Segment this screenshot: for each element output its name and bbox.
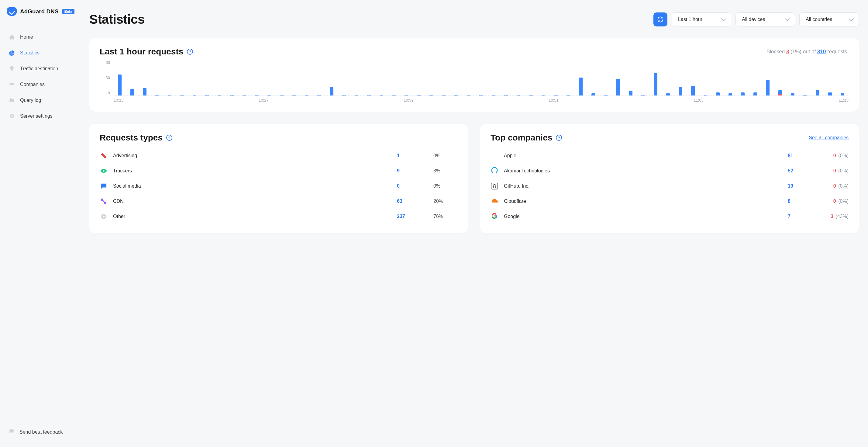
chart-bar[interactable] <box>380 95 383 95</box>
chart-bar[interactable] <box>791 93 795 95</box>
chart-bar[interactable] <box>629 91 632 95</box>
request-type-row[interactable]: Other23776% <box>100 209 458 224</box>
chart-bar[interactable] <box>666 93 670 95</box>
request-type-row[interactable]: Social media00% <box>100 178 458 194</box>
chart-bar[interactable] <box>728 93 732 95</box>
chart-bar[interactable] <box>429 95 433 95</box>
company-row[interactable]: Apple810 (0%) <box>491 148 848 163</box>
chart-bar[interactable] <box>180 95 184 95</box>
help-icon[interactable]: ? <box>556 135 562 141</box>
chart-bar[interactable] <box>691 86 695 95</box>
chart-bar[interactable] <box>268 95 271 95</box>
chart-bar[interactable] <box>492 95 495 95</box>
chart-bar[interactable] <box>218 95 221 95</box>
chart-bar[interactable] <box>342 95 346 95</box>
blocked-count-link[interactable]: 3 <box>786 49 789 54</box>
chart-bar[interactable] <box>566 95 570 95</box>
chart-bar[interactable] <box>355 95 358 95</box>
brand-logo-row[interactable]: AdGuard DNS Beta <box>7 7 76 16</box>
company-row[interactable]: Cloudflare80 (0%) <box>491 194 848 209</box>
chart-bar[interactable] <box>417 95 421 95</box>
top-companies-title: Top companies <box>491 133 552 143</box>
refresh-button[interactable] <box>653 12 668 26</box>
chart-bar[interactable] <box>205 95 209 95</box>
request-type-row[interactable]: Trackers93% <box>100 163 458 178</box>
chart-bar[interactable] <box>168 95 172 95</box>
chart-bar[interactable] <box>554 95 558 95</box>
chart-bar[interactable] <box>479 95 483 95</box>
request-type-row[interactable]: Advertising10% <box>100 148 458 163</box>
main-content: Statistics Last 1 hour All devices All c… <box>79 0 868 447</box>
send-beta-feedback-link[interactable]: Send beta feedback <box>7 424 76 440</box>
chart-bar[interactable] <box>816 90 819 95</box>
chart-bar[interactable] <box>193 95 196 95</box>
country-select[interactable]: All countries <box>799 12 859 26</box>
chart-bar[interactable] <box>753 92 757 95</box>
chart-bar[interactable] <box>766 80 770 95</box>
chart-bar[interactable] <box>143 88 147 95</box>
chart-bar[interactable] <box>330 87 333 95</box>
chart-bar[interactable] <box>641 95 645 95</box>
chart-bar[interactable] <box>454 95 458 95</box>
chart-bar[interactable] <box>716 92 720 95</box>
chart-bar[interactable] <box>367 95 371 95</box>
chart-bar[interactable] <box>155 95 159 95</box>
cdn-icon <box>100 197 107 205</box>
list-icon <box>8 81 15 88</box>
request-type-row[interactable]: CDN6320% <box>100 194 458 209</box>
chart-bar[interactable] <box>541 95 545 95</box>
see-all-companies-link[interactable]: See all companies <box>809 135 848 141</box>
sidebar: AdGuard DNS Beta Home Statistics <box>0 0 79 447</box>
sidebar-item-traffic-destination[interactable]: Traffic destination <box>7 61 76 76</box>
company-blocked: 3 (43%) <box>812 214 848 219</box>
company-name: Akamai Technologies <box>504 168 788 174</box>
sidebar-item-companies[interactable]: Companies <box>7 77 76 92</box>
chart-bar[interactable] <box>292 95 296 95</box>
sidebar-item-statistics[interactable]: Statistics <box>7 46 76 60</box>
help-icon[interactable]: ? <box>166 135 172 141</box>
chart-bar[interactable] <box>778 90 782 95</box>
chart-bar[interactable] <box>280 95 284 95</box>
chart-bar[interactable] <box>679 87 682 95</box>
company-row[interactable]: Akamai Technologies520 (0%) <box>491 163 848 178</box>
chart-bar[interactable] <box>841 93 844 95</box>
sidebar-item-query-log[interactable]: Query log <box>7 93 76 108</box>
chart-bar[interactable] <box>504 95 508 95</box>
chart-bar[interactable] <box>591 93 595 95</box>
chart-bar[interactable] <box>405 95 408 95</box>
chart-bar[interactable] <box>305 95 308 95</box>
page-header: Statistics Last 1 hour All devices All c… <box>89 12 859 27</box>
chart-bar[interactable] <box>230 95 234 95</box>
chart-bar[interactable] <box>616 79 620 95</box>
top-companies-card: Top companies ? See all companies Apple8… <box>480 124 859 233</box>
device-select[interactable]: All devices <box>736 12 795 26</box>
chart-bar[interactable] <box>517 95 520 95</box>
sidebar-item-home[interactable]: Home <box>7 30 76 44</box>
chart-bar[interactable] <box>118 74 122 95</box>
chart-bar[interactable] <box>243 95 246 95</box>
chart-bar[interactable] <box>442 95 445 95</box>
time-range-select[interactable]: Last 1 hour <box>672 12 731 26</box>
company-count: 8 <box>788 199 812 204</box>
chart-bar[interactable] <box>579 78 583 95</box>
chart-bar[interactable] <box>392 95 396 95</box>
company-blocked: 0 (0%) <box>812 199 848 204</box>
chart-bar[interactable] <box>604 95 608 95</box>
company-row[interactable]: GitHub, Inc.100 (0%) <box>491 178 848 194</box>
chart-bar[interactable] <box>130 89 134 95</box>
chart-bar[interactable] <box>741 92 745 95</box>
company-row[interactable]: Google73 (43%) <box>491 209 848 224</box>
chart-bar[interactable] <box>467 95 470 95</box>
chart-bar[interactable] <box>317 95 321 95</box>
chart-bar[interactable] <box>828 92 832 95</box>
total-requests-link[interactable]: 310 <box>817 49 826 54</box>
chart-bar[interactable] <box>654 73 657 95</box>
chart-bar[interactable] <box>529 95 533 95</box>
chart-bar[interactable] <box>704 95 707 95</box>
request-type-percentage: 0% <box>433 183 458 189</box>
akamai-icon <box>491 167 498 175</box>
help-icon[interactable]: ? <box>187 49 193 55</box>
sidebar-item-server-settings[interactable]: Server settings <box>7 109 76 123</box>
chart-bar[interactable] <box>803 95 807 95</box>
chart-bar[interactable] <box>255 95 259 95</box>
